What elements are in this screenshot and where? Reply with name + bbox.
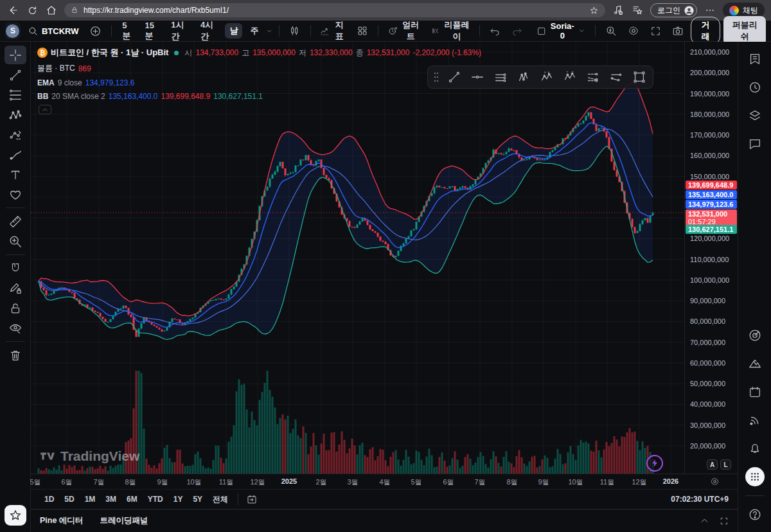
data-window-button[interactable] (745, 326, 765, 345)
ideas-button[interactable] (745, 354, 765, 373)
interval-1d-selected[interactable]: 날 (225, 23, 242, 39)
chart-type-button[interactable] (285, 23, 305, 39)
boost-button[interactable] (646, 455, 663, 472)
symbol-legend-row[interactable]: ₿ 비트코인 / 한국 원 · 1날 · UpBit 시134,733,000 … (37, 47, 481, 58)
home-button[interactable] (45, 4, 58, 17)
pitchfork-quick-button[interactable] (515, 69, 532, 85)
alerts-button[interactable] (745, 78, 765, 97)
interval-1w[interactable]: 주 (245, 23, 263, 39)
indicators-label: 지표 (333, 19, 346, 42)
fib-retracement-tool-button[interactable] (4, 85, 26, 104)
pattern-tool-button[interactable] (4, 105, 26, 124)
volume-legend-row[interactable]: 볼륨 · BTC 869 (37, 63, 481, 74)
collections-button[interactable] (631, 4, 644, 17)
user-menu-button[interactable]: S (5, 22, 21, 39)
news-button[interactable] (745, 411, 765, 430)
brush-tool-button[interactable] (4, 145, 26, 164)
panel-maximize-icon[interactable] (720, 517, 729, 526)
forecast-tool-button[interactable] (4, 125, 26, 144)
elliott-wave-quick-button[interactable] (538, 69, 555, 85)
range-button-전체[interactable]: 전체 (208, 492, 233, 508)
address-bar[interactable]: https://kr.tradingview.com/chart/Rxb5umI… (64, 3, 605, 17)
favorite-tools-button[interactable] (4, 505, 26, 526)
tab-pine-editor[interactable]: Pine 에디터 (40, 515, 83, 526)
interval-15m[interactable]: 15분 (140, 19, 163, 44)
media-controls-button[interactable] (612, 4, 625, 17)
range-button-5Y[interactable]: 5Y (188, 492, 207, 508)
object-tree-button[interactable] (745, 106, 765, 125)
chart-canvas[interactable]: ₿ 비트코인 / 한국 원 · 1날 · UpBit 시134,733,000 … (31, 42, 684, 474)
bb-legend-row[interactable]: BB 20 SMA close 2 135,163,400.0 139,699,… (37, 92, 481, 101)
undo-button[interactable] (486, 24, 504, 39)
price-axis[interactable]: 210,000,000200,000,000190,000,000180,000… (684, 42, 738, 474)
drag-handle-icon[interactable] (433, 71, 439, 83)
parallel-channel-quick-button[interactable] (492, 69, 509, 85)
emoji-tool-button[interactable] (4, 185, 26, 204)
trend-line-tool-button[interactable] (4, 66, 26, 84)
back-button[interactable] (6, 4, 19, 17)
flat-channel-quick-button[interactable] (608, 69, 625, 85)
ema-legend-row[interactable]: EMA 9 close 134,979,123.6 (37, 78, 481, 87)
snapshot-button[interactable] (668, 23, 687, 39)
open-value: 134,733,000 (195, 48, 238, 57)
disjoint-channel-quick-button[interactable] (585, 69, 601, 85)
range-button-3M[interactable]: 3M (101, 492, 121, 508)
apps-menu-button[interactable] (745, 467, 765, 486)
notifications-button[interactable] (745, 439, 765, 458)
redo-button[interactable] (508, 24, 526, 39)
symbol-search-button[interactable]: BTCKRW (24, 24, 83, 39)
magnet-tool-button[interactable] (4, 259, 26, 278)
trend-line-quick-button[interactable] (446, 69, 463, 85)
tab-trading-panel[interactable]: 트레이딩패널 (100, 515, 148, 526)
watchlist-button[interactable] (745, 49, 765, 69)
refresh-button[interactable] (26, 4, 39, 17)
replay-button[interactable]: 리플레이 (427, 17, 474, 44)
panel-expand-up-icon[interactable] (700, 516, 709, 526)
lock-drawings-button[interactable] (4, 299, 26, 317)
crosshair-tool-button[interactable] (4, 46, 26, 64)
brush-icon (8, 148, 22, 162)
add-symbol-button[interactable] (85, 23, 105, 39)
range-button-1M[interactable]: 1M (80, 492, 100, 508)
drawing-mode-tool-button[interactable] (4, 279, 26, 297)
range-button-YTD[interactable]: YTD (143, 492, 168, 508)
measure-tool-button[interactable] (4, 212, 26, 231)
auto-scale-button[interactable]: A (707, 459, 718, 470)
legend-collapse-button[interactable] (39, 105, 51, 114)
quick-search-button[interactable] (601, 23, 621, 39)
abcd-pattern-quick-button[interactable] (562, 69, 578, 85)
bookmark-star-icon[interactable] (589, 6, 599, 15)
settings-button[interactable] (624, 23, 643, 39)
range-button-1D[interactable]: 1D (40, 492, 58, 508)
calendar-button[interactable] (745, 382, 765, 402)
remove-drawings-button[interactable] (4, 346, 26, 364)
range-button-1Y[interactable]: 1Y (169, 492, 188, 508)
chat-button[interactable] (745, 134, 765, 154)
hide-drawings-button[interactable] (4, 319, 26, 337)
clock-timezone[interactable]: 07:02:30 UTC+9 (671, 495, 729, 504)
interval-5m[interactable]: 5분 (118, 19, 137, 44)
indicators-button[interactable]: 지표 (316, 17, 350, 44)
axis-settings-button[interactable] (710, 477, 720, 486)
range-button-6M[interactable]: 6M (122, 492, 142, 508)
log-scale-button[interactable]: L (720, 459, 731, 470)
fullscreen-button[interactable] (646, 24, 665, 39)
help-button[interactable] (745, 505, 765, 524)
tradingview-watermark: TradingView (39, 448, 139, 465)
horizontal-line-quick-button[interactable] (469, 69, 486, 85)
alert-button[interactable]: 얼러트 (384, 17, 424, 44)
go-to-date-button[interactable] (244, 492, 260, 507)
range-button-5D[interactable]: 5D (60, 492, 78, 508)
layout-select-button[interactable]: Soria-0 (533, 19, 589, 42)
indicator-templates-button[interactable] (353, 23, 372, 39)
time-axis[interactable]: 5월6월7월8월9월10월11월12월20252월3월4월5월6월7월8월9월1… (31, 474, 738, 489)
browser-menu-button[interactable] (704, 4, 716, 17)
login-button[interactable]: 로그인 (650, 3, 697, 17)
interval-dropdown-caret-icon[interactable] (266, 27, 272, 35)
zoom-in-tool-button[interactable] (4, 232, 26, 251)
rectangle-quick-button[interactable] (631, 69, 648, 85)
interval-4h[interactable]: 4시간 (196, 17, 222, 44)
text-tool-button[interactable] (4, 165, 26, 184)
interval-1h[interactable]: 1시간 (166, 17, 193, 44)
trade-button[interactable]: 거래 (691, 17, 721, 45)
